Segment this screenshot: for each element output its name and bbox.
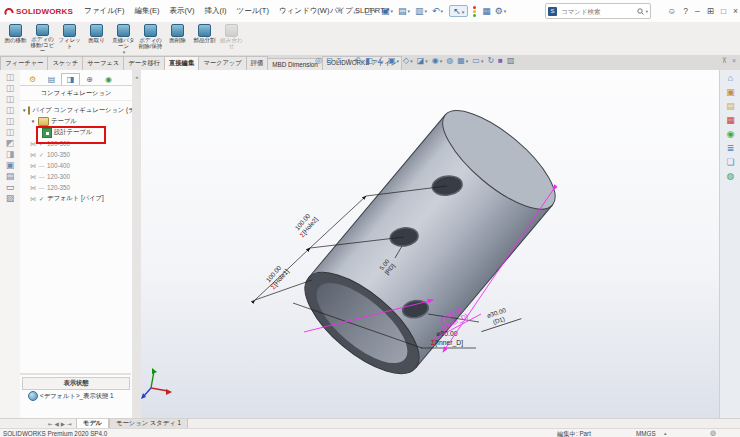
display-style-icon[interactable]: ◪	[417, 56, 428, 65]
minimize-icon[interactable]: –	[695, 6, 700, 16]
command-tab[interactable]: フィーチャー	[0, 56, 48, 70]
custom-properties-icon[interactable]: ≣	[727, 144, 735, 153]
command-tab[interactable]: サーフェス	[82, 56, 124, 70]
select-cursor-button[interactable]: ↖	[449, 5, 468, 17]
tree-item-pipe-configurations[interactable]: ▼ パイプ コンフィギュレーション (デフォルト)	[22, 105, 132, 116]
next-tab-icon[interactable]: ▶	[61, 421, 65, 427]
previous-view-icon[interactable]: ↶	[354, 56, 361, 65]
zoom-to-fit-icon[interactable]: ◎	[315, 56, 322, 65]
panel-splitter[interactable]	[20, 373, 131, 375]
home-icon[interactable]: ⌂	[728, 74, 733, 83]
zoom-to-area-icon[interactable]: ⊡	[326, 56, 333, 65]
command-tab[interactable]: スケッチ	[47, 56, 83, 70]
command-tab[interactable]: マークアップ	[198, 56, 247, 70]
left-view-icon[interactable]: ◫	[6, 95, 15, 104]
view-orientation-icon[interactable]: ◇	[403, 56, 413, 65]
search-icon[interactable]	[637, 8, 644, 15]
units-selector[interactable]: MMGS	[636, 430, 656, 437]
restore-icon[interactable]: □	[721, 6, 726, 16]
file-explorer-icon[interactable]: ▤	[726, 102, 735, 111]
color-swatch-icon[interactable]: ■	[498, 56, 503, 65]
display-states-header[interactable]: 表示状態	[22, 377, 130, 390]
featuremanager-tab-icon[interactable]: ⚙	[23, 73, 42, 85]
equations-icon[interactable]: Σ	[337, 56, 342, 65]
dynamic-annotation-views-icon[interactable]: ∡	[377, 56, 384, 65]
user-login-icon[interactable]: ☺	[668, 6, 677, 16]
units-caret-icon[interactable]: ▴	[664, 430, 667, 436]
appearance-filter-icon[interactable]: ▤	[6, 172, 15, 181]
search-caret-icon[interactable]: ▾	[646, 9, 648, 14]
dimension-d1[interactable]: ⌀30.00 (D1)	[476, 302, 521, 331]
prev-tab-icon[interactable]: ◀	[55, 421, 59, 427]
ribbon-button-label: 面取り	[88, 38, 105, 44]
menu-item[interactable]: ファイル(F)	[79, 6, 129, 15]
view-palette-icon[interactable]: ▦	[726, 116, 735, 125]
tree-item-config-default[interactable]: ⋈ ✓ デフォルト [パイプ]	[30, 193, 132, 204]
front-view-icon[interactable]: ◫	[6, 73, 15, 82]
last-tab-icon[interactable]: ⇥	[67, 421, 72, 427]
taskpane-close-icon[interactable]: ×	[732, 57, 736, 65]
print-icon[interactable]: ▥	[413, 6, 429, 16]
command-search[interactable]: S ▾	[545, 3, 651, 19]
first-tab-icon[interactable]: ⇤	[48, 421, 53, 427]
tree-item-config-120-350[interactable]: ⋈ — 120-350	[30, 182, 132, 193]
view-settings-icon[interactable]: ▭	[472, 56, 483, 65]
display-state-item[interactable]: <デフォルト>_表示状態 1	[28, 391, 114, 401]
graphics-viewport[interactable]: 100.00 Σ[Hole1] 100.00 Σ[Hole2] 5.00 [RD…	[141, 70, 719, 418]
magnify-icon[interactable]: ◔	[346, 56, 351, 65]
display-state-icon	[28, 391, 38, 401]
menu-item[interactable]: ウィンドウ(W)	[274, 6, 334, 15]
pipe-model[interactable]	[289, 95, 569, 391]
command-tab[interactable]: 直接編集	[164, 56, 199, 70]
command-tab[interactable]: データ移行	[123, 56, 165, 70]
menu-item[interactable]: 編集(E)	[129, 6, 164, 15]
hatch-display-icon[interactable]: ▨	[507, 56, 515, 65]
options-gear-icon[interactable]: ⚙	[493, 6, 509, 16]
close-icon[interactable]: ×	[733, 6, 738, 16]
dimxpert-tab-icon[interactable]: ⊕	[80, 73, 99, 85]
propertymanager-tab-icon[interactable]: ▤	[42, 73, 61, 85]
forum-icon[interactable]: ❏	[726, 158, 734, 167]
top-view-icon[interactable]: ◫	[6, 117, 15, 126]
expander-icon[interactable]: ▼	[30, 119, 36, 124]
appearances-icon[interactable]: ◉	[727, 130, 735, 139]
apply-scene-icon[interactable]: ▦	[457, 56, 468, 65]
expander-icon[interactable]: ▼	[22, 108, 26, 113]
save-icon[interactable]: ▤	[396, 6, 412, 16]
design-library-icon[interactable]: ▣	[726, 88, 735, 97]
menu-item[interactable]: 挿入(I)	[199, 6, 231, 15]
displaymanager-tab-icon[interactable]: ◉	[99, 73, 118, 85]
help-icon[interactable]: ?	[683, 6, 688, 16]
configuration-icon: ⋈	[30, 162, 36, 169]
taskpane-pin-icon[interactable]: ⊼	[722, 57, 727, 65]
3d-drawing-views-icon[interactable]: ▣	[388, 56, 399, 65]
dimension-hole1[interactable]: 100.00 Σ[Hole1]	[263, 262, 291, 291]
back-view-icon[interactable]: ◫	[6, 84, 15, 93]
rebuild-traffic-light-icon[interactable]	[473, 6, 476, 17]
undo-icon[interactable]: ↶	[430, 6, 445, 16]
tag-icon[interactable]: ◍	[710, 429, 716, 437]
hide-show-items-icon[interactable]: ◉	[432, 56, 443, 65]
bottom-view-icon[interactable]: ◫	[6, 128, 15, 137]
search-input[interactable]	[559, 7, 635, 16]
rotate-view-icon[interactable]: ↻	[487, 56, 494, 65]
isometric-view-icon[interactable]: ◩	[6, 139, 15, 148]
file-properties-icon[interactable]: ▦	[480, 6, 493, 16]
menu-item[interactable]: ツール(T)	[231, 6, 273, 15]
dimension-hole2[interactable]: 100.00 Σ[Hole2]	[292, 210, 320, 239]
section-scope-icon[interactable]: ▨	[6, 194, 15, 203]
right-view-icon[interactable]: ◫	[6, 106, 15, 115]
web-icon[interactable]: ◍	[727, 172, 735, 181]
tree-item-config-120-300[interactable]: ⋈ — 120-300	[30, 171, 132, 182]
configurationmanager-tab-icon[interactable]: ◨	[61, 73, 80, 85]
menu-item[interactable]: 表示(V)	[164, 6, 199, 15]
tree-item-config-100-350[interactable]: ⋈ ✓ 100-350	[30, 149, 132, 160]
normal-to-view-icon[interactable]: ◨	[6, 150, 15, 159]
window-tile-icon[interactable]: ⊞	[707, 6, 714, 16]
monitor-icon[interactable]: ▭	[6, 183, 15, 192]
display-settings-icon[interactable]: ▣	[6, 161, 15, 170]
edit-appearance-icon[interactable]: ◍	[446, 56, 453, 65]
tree-item-config-100-400[interactable]: ⋈ — 100-400	[30, 160, 132, 171]
section-view-icon[interactable]: ◧	[365, 56, 373, 65]
command-tab[interactable]: 評価	[246, 56, 269, 70]
